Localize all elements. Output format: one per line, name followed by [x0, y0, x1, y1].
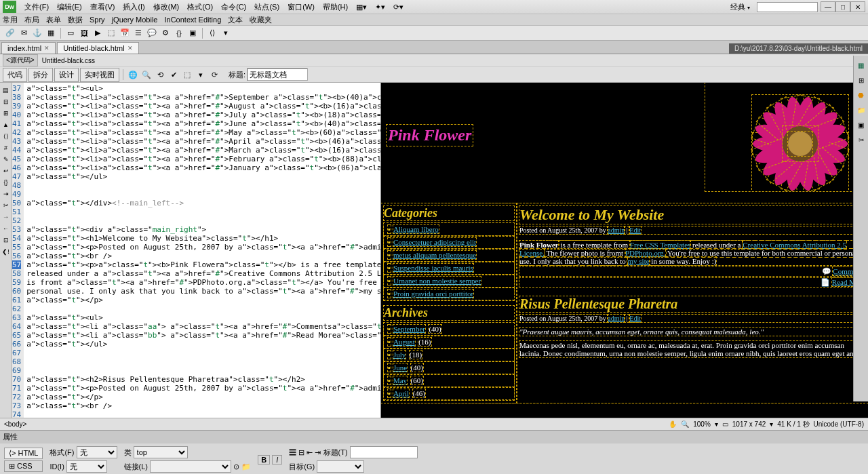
- edit-link[interactable]: Edit: [629, 315, 641, 322]
- select-parent-icon[interactable]: ▲: [1, 120, 11, 130]
- collapse-icon[interactable]: ⊟: [1, 97, 11, 106]
- menu-help[interactable]: 帮助(H): [319, 1, 352, 14]
- table-icon[interactable]: ▦: [45, 27, 57, 39]
- menu-commands[interactable]: 命令(C): [217, 1, 250, 14]
- indent-btn[interactable]: ⇥: [315, 448, 321, 456]
- business-catalyst-icon[interactable]: ⬣: [856, 90, 867, 100]
- css-panel-icon[interactable]: ▦: [856, 60, 867, 71]
- layout-icon[interactable]: ▦▾: [352, 1, 371, 13]
- admin-link[interactable]: admin: [608, 226, 625, 234]
- source-code-btn[interactable]: <源代码>: [3, 54, 38, 66]
- code-view-btn[interactable]: 代码: [3, 68, 27, 82]
- html-mode-btn[interactable]: ⟨> HTML: [4, 448, 43, 459]
- workspace-switcher[interactable]: 经典 ▾: [726, 1, 754, 14]
- email-icon[interactable]: ✉: [18, 27, 30, 39]
- code-pane[interactable]: 3738394041424344454647484950515253545556…: [12, 83, 381, 418]
- snippets-panel-icon[interactable]: ✂: [856, 134, 867, 145]
- edit-link[interactable]: Edit: [629, 226, 641, 234]
- div-icon[interactable]: ▭: [64, 27, 77, 39]
- browser-icon[interactable]: ⟲: [154, 68, 166, 81]
- menu-insert[interactable]: 插入(I): [119, 1, 149, 14]
- zoom-tool-icon[interactable]: 🔍: [681, 420, 689, 428]
- expand-icon[interactable]: ⊞: [1, 108, 11, 118]
- live-code-icon[interactable]: 🌐: [127, 68, 139, 81]
- list-item[interactable]: ▪Urnanet non molestie semper: [384, 275, 514, 288]
- minimize-button[interactable]: —: [821, 1, 835, 12]
- class-select[interactable]: top: [134, 446, 188, 458]
- list-item[interactable]: ▪Suspendisse iaculis mauris: [384, 262, 514, 275]
- title-input2[interactable]: [350, 446, 418, 458]
- code-body[interactable]: a">class="t"><ul>a">class="t"><li>a">cla…: [24, 83, 381, 418]
- hyperlink-icon[interactable]: 🔗: [4, 27, 16, 39]
- refresh-icon[interactable]: ⟳: [208, 68, 220, 81]
- outdent-btn[interactable]: ⇤: [307, 448, 313, 456]
- cat-incontext[interactable]: InContext Editing: [164, 16, 221, 24]
- zoom-level[interactable]: 100%: [693, 420, 711, 428]
- view-size-icon[interactable]: ▭: [722, 420, 728, 428]
- files-panel-icon[interactable]: 📁: [856, 104, 867, 115]
- live-view-btn[interactable]: 实时视图: [80, 68, 119, 82]
- related-css[interactable]: Untitled-black.css: [42, 57, 95, 64]
- document-title-input[interactable]: [247, 68, 308, 81]
- menu-edit[interactable]: 编辑(E): [53, 1, 86, 14]
- inspect-icon[interactable]: 🔍: [140, 68, 153, 81]
- link-select[interactable]: [150, 460, 231, 473]
- ul-btn[interactable]: ☰: [289, 448, 296, 456]
- list-item[interactable]: ▪May (60): [384, 374, 514, 387]
- line-num-icon[interactable]: #: [1, 143, 11, 153]
- check-icon[interactable]: ✔: [167, 68, 180, 81]
- comment-icon[interactable]: 💬: [146, 27, 158, 39]
- target-select[interactable]: [317, 460, 364, 473]
- assets-panel-icon[interactable]: ▣: [856, 119, 867, 130]
- list-item[interactable]: ▪July (18): [384, 349, 514, 361]
- more-icon[interactable]: ▾: [220, 27, 232, 39]
- bold-btn[interactable]: B: [258, 455, 270, 465]
- free-css-link[interactable]: Free CSS Templates: [630, 241, 690, 249]
- menu-view[interactable]: 查看(V): [86, 1, 119, 14]
- templates-icon[interactable]: ▣: [186, 27, 199, 39]
- menu-file[interactable]: 文件(F): [20, 1, 53, 14]
- close-button[interactable]: ✕: [850, 1, 865, 12]
- cat-layout[interactable]: 布局: [24, 15, 39, 25]
- comment-icon[interactable]: ❮!: [1, 247, 11, 256]
- ol-btn[interactable]: ⊟: [298, 448, 304, 456]
- format-select[interactable]: 无: [77, 446, 117, 458]
- hand-tool-icon[interactable]: ✋: [669, 420, 677, 428]
- mysite-link[interactable]: my site: [627, 257, 649, 265]
- snippets-icon[interactable]: ✂: [1, 201, 11, 210]
- cat-jquery[interactable]: jQuery Mobile: [112, 16, 158, 24]
- list-item[interactable]: ▪Aliquam libero: [384, 223, 514, 236]
- design-preview[interactable]: Pink Flower Categories ▪Aliquam libero ▪…: [381, 83, 868, 418]
- image-icon[interactable]: 🖼: [78, 27, 90, 39]
- admin-link[interactable]: admin: [608, 315, 625, 322]
- cat-forms[interactable]: 表单: [46, 15, 61, 25]
- tag-icon[interactable]: ⟨⟩: [206, 27, 218, 39]
- head-icon[interactable]: ⚙: [159, 27, 172, 39]
- format-icon[interactable]: ⊡: [1, 235, 11, 245]
- server-icon[interactable]: ☰: [132, 27, 144, 39]
- balance-icon[interactable]: ⟨⟩: [1, 132, 11, 141]
- browse-icon[interactable]: 📁: [241, 462, 251, 471]
- close-icon[interactable]: ✕: [127, 45, 133, 52]
- maximize-button[interactable]: □: [835, 1, 850, 12]
- highlight-icon[interactable]: ✎: [1, 155, 11, 164]
- id-select[interactable]: 无: [66, 460, 107, 473]
- menu-format[interactable]: 格式(O): [183, 1, 217, 14]
- list-item[interactable]: ▪August (16): [384, 336, 514, 349]
- list-item[interactable]: ▪June (40): [384, 361, 514, 374]
- cat-spry[interactable]: Spry: [90, 16, 105, 24]
- menu-window[interactable]: 窗口(W): [283, 1, 319, 14]
- script-icon[interactable]: {}: [173, 27, 185, 39]
- validate-icon[interactable]: ⬚: [181, 68, 193, 81]
- tag-selector[interactable]: <body>: [4, 420, 26, 428]
- outdent-icon[interactable]: ←: [1, 224, 11, 233]
- cat-fav[interactable]: 收藏夹: [250, 15, 272, 25]
- close-icon[interactable]: ✕: [44, 45, 50, 52]
- design-view-btn[interactable]: 设计: [54, 68, 79, 82]
- italic-btn[interactable]: I: [272, 455, 282, 465]
- ap-elements-icon[interactable]: ⊞: [856, 75, 867, 85]
- split-view-btn[interactable]: 拆分: [28, 68, 53, 82]
- sync-icon[interactable]: ⟳▾: [389, 1, 408, 13]
- list-item[interactable]: ▪Proin gravida orci porttitor: [384, 288, 514, 300]
- anchor-icon[interactable]: ⚓: [31, 27, 43, 39]
